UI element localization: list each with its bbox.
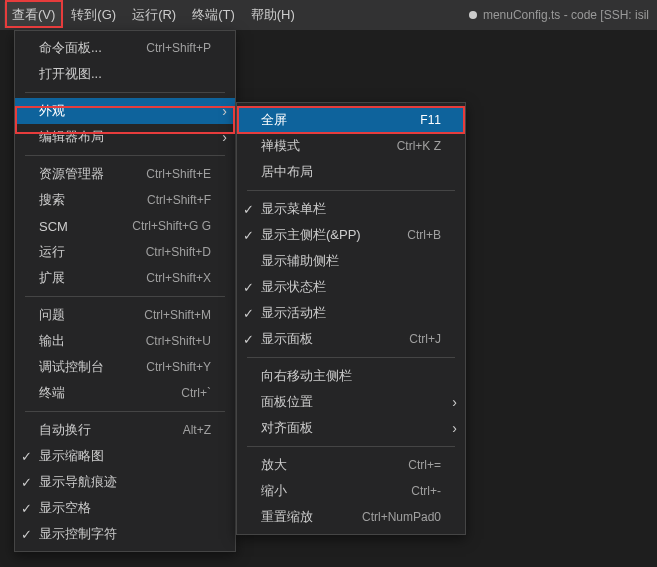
title-text: menuConfig.ts - code [SSH: isil: [483, 8, 649, 22]
menu-item-label: SCM: [39, 219, 116, 234]
menu-item-label: 居中布局: [261, 163, 441, 181]
menu-item-shortcut: Ctrl+NumPad0: [362, 510, 441, 524]
view-menu-item[interactable]: 命令面板...Ctrl+Shift+P: [15, 35, 235, 61]
check-icon: ✓: [21, 449, 32, 464]
menu-item-label: 自动换行: [39, 421, 167, 439]
menubar-item-go[interactable]: 转到(G): [63, 2, 124, 28]
menu-item-label: 扩展: [39, 269, 130, 287]
menu-item-shortcut: Ctrl+K Z: [397, 139, 441, 153]
menubar-item-run[interactable]: 运行(R): [124, 2, 184, 28]
view-menu-item[interactable]: ✓显示空格: [15, 495, 235, 521]
menu-item-shortcut: Ctrl+=: [408, 458, 441, 472]
appearance-menu-item[interactable]: 显示辅助侧栏: [237, 248, 465, 274]
menu-item-label: 向右移动主侧栏: [261, 367, 441, 385]
chevron-right-icon: ›: [452, 420, 457, 436]
view-menu-item[interactable]: 调试控制台Ctrl+Shift+Y: [15, 354, 235, 380]
menu-item-label: 问题: [39, 306, 128, 324]
chevron-right-icon: ›: [222, 103, 227, 119]
view-menu-item[interactable]: 外观›: [15, 98, 235, 124]
view-menu-item[interactable]: 运行Ctrl+Shift+D: [15, 239, 235, 265]
menu-item-label: 显示面板: [261, 330, 393, 348]
check-icon: ✓: [243, 280, 254, 295]
menu-item-shortcut: Ctrl+-: [411, 484, 441, 498]
menubar-item-view[interactable]: 查看(V): [4, 2, 63, 28]
menu-item-label: 显示主侧栏(&PP): [261, 226, 391, 244]
menu-item-shortcut: Alt+Z: [183, 423, 211, 437]
menubar-item-terminal[interactable]: 终端(T): [184, 2, 243, 28]
menu-item-label: 显示控制字符: [39, 525, 211, 543]
view-menu-item[interactable]: SCMCtrl+Shift+G G: [15, 213, 235, 239]
menu-separator: [25, 411, 225, 412]
menu-item-label: 禅模式: [261, 137, 381, 155]
menu-item-label: 终端: [39, 384, 165, 402]
appearance-menu-item[interactable]: 居中布局: [237, 159, 465, 185]
menu-separator: [247, 190, 455, 191]
view-menu-dropdown: 命令面板...Ctrl+Shift+P打开视图...外观›编辑器布局›资源管理器…: [14, 30, 236, 552]
menu-item-label: 对齐面板: [261, 419, 441, 437]
menu-item-label: 编辑器布局: [39, 128, 211, 146]
menu-item-shortcut: Ctrl+Shift+Y: [146, 360, 211, 374]
view-menu-item[interactable]: 终端Ctrl+`: [15, 380, 235, 406]
appearance-menu-item[interactable]: 放大Ctrl+=: [237, 452, 465, 478]
appearance-menu-item[interactable]: ✓显示活动栏: [237, 300, 465, 326]
appearance-menu-item[interactable]: ✓显示状态栏: [237, 274, 465, 300]
view-menu-item[interactable]: 输出Ctrl+Shift+U: [15, 328, 235, 354]
view-menu-item[interactable]: ✓显示缩略图: [15, 443, 235, 469]
view-menu-item[interactable]: ✓显示控制字符: [15, 521, 235, 547]
menu-item-label: 显示缩略图: [39, 447, 211, 465]
menu-item-label: 命令面板...: [39, 39, 130, 57]
menu-item-label: 调试控制台: [39, 358, 130, 376]
menu-item-shortcut: Ctrl+Shift+D: [146, 245, 211, 259]
menu-item-shortcut: Ctrl+Shift+G G: [132, 219, 211, 233]
menu-item-shortcut: Ctrl+Shift+M: [144, 308, 211, 322]
appearance-submenu-dropdown: 全屏F11禅模式Ctrl+K Z居中布局✓显示菜单栏✓显示主侧栏(&PP)Ctr…: [236, 102, 466, 535]
menu-item-label: 输出: [39, 332, 130, 350]
menu-item-label: 显示导航痕迹: [39, 473, 211, 491]
menu-item-shortcut: Ctrl+Shift+X: [146, 271, 211, 285]
appearance-menu-item[interactable]: ✓显示主侧栏(&PP)Ctrl+B: [237, 222, 465, 248]
menu-separator: [25, 92, 225, 93]
menu-item-shortcut: Ctrl+Shift+P: [146, 41, 211, 55]
view-menu-item[interactable]: 编辑器布局›: [15, 124, 235, 150]
appearance-menu-item[interactable]: 重置缩放Ctrl+NumPad0: [237, 504, 465, 530]
check-icon: ✓: [243, 306, 254, 321]
view-menu-item[interactable]: 问题Ctrl+Shift+M: [15, 302, 235, 328]
view-menu-item[interactable]: 打开视图...: [15, 61, 235, 87]
menu-item-shortcut: Ctrl+B: [407, 228, 441, 242]
menu-item-label: 显示辅助侧栏: [261, 252, 441, 270]
menu-item-label: 显示活动栏: [261, 304, 441, 322]
appearance-menu-item[interactable]: ✓显示菜单栏: [237, 196, 465, 222]
view-menu-item[interactable]: 自动换行Alt+Z: [15, 417, 235, 443]
menu-item-label: 显示菜单栏: [261, 200, 441, 218]
menu-item-shortcut: Ctrl+Shift+F: [147, 193, 211, 207]
menu-item-shortcut: Ctrl+`: [181, 386, 211, 400]
appearance-menu-item[interactable]: ✓显示面板Ctrl+J: [237, 326, 465, 352]
menu-item-label: 运行: [39, 243, 130, 261]
menu-item-shortcut: Ctrl+Shift+E: [146, 167, 211, 181]
appearance-menu-item[interactable]: 全屏F11: [237, 107, 465, 133]
check-icon: ✓: [21, 527, 32, 542]
menu-item-label: 缩小: [261, 482, 395, 500]
check-icon: ✓: [243, 228, 254, 243]
menu-separator: [247, 357, 455, 358]
view-menu-item[interactable]: 扩展Ctrl+Shift+X: [15, 265, 235, 291]
menu-item-shortcut: F11: [420, 113, 441, 127]
appearance-menu-item[interactable]: 向右移动主侧栏: [237, 363, 465, 389]
check-icon: ✓: [243, 332, 254, 347]
appearance-menu-item[interactable]: 禅模式Ctrl+K Z: [237, 133, 465, 159]
menu-item-label: 搜索: [39, 191, 131, 209]
menu-item-label: 资源管理器: [39, 165, 130, 183]
menu-item-label: 显示空格: [39, 499, 211, 517]
menubar-item-help[interactable]: 帮助(H): [243, 2, 303, 28]
view-menu-item[interactable]: 资源管理器Ctrl+Shift+E: [15, 161, 235, 187]
appearance-menu-item[interactable]: 对齐面板›: [237, 415, 465, 441]
appearance-menu-item[interactable]: 面板位置›: [237, 389, 465, 415]
menu-item-label: 显示状态栏: [261, 278, 441, 296]
menu-item-label: 放大: [261, 456, 392, 474]
menu-separator: [25, 155, 225, 156]
appearance-menu-item[interactable]: 缩小Ctrl+-: [237, 478, 465, 504]
view-menu-item[interactable]: 搜索Ctrl+Shift+F: [15, 187, 235, 213]
view-menu-item[interactable]: ✓显示导航痕迹: [15, 469, 235, 495]
menu-item-label: 全屏: [261, 111, 404, 129]
menu-separator: [247, 446, 455, 447]
